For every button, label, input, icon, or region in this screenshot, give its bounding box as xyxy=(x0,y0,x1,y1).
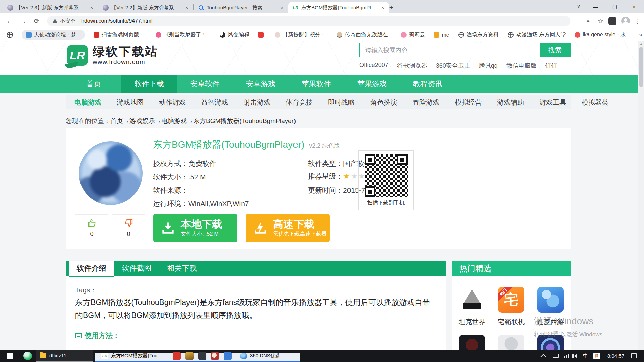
hot-word-link[interactable]: 腾讯qq xyxy=(479,62,498,70)
subnav-puzzle[interactable]: 益智游戏 xyxy=(201,98,228,107)
hot-word-link[interactable]: 谷歌浏览器 xyxy=(397,62,427,70)
bookmark-item[interactable]: 动漫渔场.东方同人堂 xyxy=(507,31,566,38)
nav-item-apple-games[interactable]: 苹果游戏 xyxy=(344,75,400,93)
globe-icon[interactable] xyxy=(7,32,13,38)
page-scrollbar[interactable]: ▲ xyxy=(638,41,644,350)
browser-tab-active[interactable]: LR 东方BGM播放器(TouhouBgmPl × xyxy=(288,2,389,13)
bookmark-item[interactable]: 传奇西游无敌版在... xyxy=(337,31,392,38)
local-download-button[interactable]: 本地下载 文件大小: .52 M xyxy=(153,214,237,242)
network-signal-icon[interactable] xyxy=(564,354,569,358)
like-button[interactable]: 0 xyxy=(75,214,108,242)
clock[interactable]: 8:04:57 xyxy=(607,353,624,359)
subnav-simulation[interactable]: 模拟经营 xyxy=(455,98,482,107)
browser-tab-1[interactable]: 【Ver 2.3】新版 东方弹幕系列游 × xyxy=(3,2,98,13)
hot-word-link[interactable]: 360安全卫士 xyxy=(436,62,470,70)
bookmark-item[interactable]: 《别当欧尼酱了！... xyxy=(156,31,211,38)
volume-icon[interactable] xyxy=(574,354,577,358)
bookmarks-overflow-icon[interactable]: » xyxy=(639,31,642,38)
bookmark-item[interactable]: 风变编程 xyxy=(220,31,249,38)
share-icon[interactable] xyxy=(586,17,593,25)
search-input[interactable] xyxy=(360,43,540,57)
tab-search-chevron-icon[interactable]: ˅ xyxy=(573,0,584,13)
bookmark-item[interactable]: 渔场东方资料 xyxy=(458,31,499,38)
taskbar-app-icon[interactable] xyxy=(198,352,206,360)
subnav-game-tools[interactable]: 游戏工具 xyxy=(539,98,566,107)
nav-item-apple-software[interactable]: 苹果软件 xyxy=(288,75,344,93)
tab-close-icon[interactable]: × xyxy=(380,5,386,11)
tab-related-downloads[interactable]: 相关下载 xyxy=(159,261,205,276)
start-button[interactable] xyxy=(0,350,20,362)
bookmark-item[interactable]: 【新提醒】积分 -... xyxy=(275,31,328,38)
action-center-icon[interactable] xyxy=(631,353,637,358)
hot-word-link[interactable]: 钉钉 xyxy=(545,62,557,70)
subnav-rts[interactable]: 即时战略 xyxy=(328,98,355,107)
browser-tab-3[interactable]: TouhouBgmPlayer - 搜索 × xyxy=(194,2,288,13)
bookmark-item[interactable]: 莉莉云 xyxy=(401,31,425,38)
hot-word-link[interactable]: 微信电脑版 xyxy=(506,62,537,70)
taskbar-app-icon[interactable] xyxy=(185,352,194,360)
nav-item-tutorials[interactable]: 教程资讯 xyxy=(400,75,455,93)
bookmark-item[interactable]: mc xyxy=(434,32,449,38)
dislike-button[interactable]: 0 xyxy=(112,214,145,242)
show-desktop-button[interactable] xyxy=(642,350,644,362)
display-tray-icon[interactable] xyxy=(553,354,559,358)
hot-word-link[interactable]: Office2007 xyxy=(359,62,388,70)
bookmark-item[interactable]: 天使动漫论坛 - 梦... xyxy=(22,30,85,40)
subnav-game-maps[interactable]: 游戏地图 xyxy=(117,98,144,107)
side-panel-icon[interactable] xyxy=(608,17,616,25)
taskbar-app-icon[interactable] xyxy=(211,352,219,360)
reload-icon[interactable]: ⟳ xyxy=(32,16,42,26)
tab-close-icon[interactable]: × xyxy=(279,5,285,11)
profile-avatar[interactable] xyxy=(621,17,630,25)
subnav-pc-games[interactable]: 电脑游戏 xyxy=(74,98,101,107)
scrollbar-thumb[interactable] xyxy=(639,47,643,87)
browser-tab-2[interactable]: 【Ver 2.2】新版 东方弹幕系列游 × xyxy=(99,2,193,13)
search-button[interactable]: 搜索 xyxy=(540,43,570,57)
bookmark-item[interactable]: ika gene style - 永... xyxy=(575,31,630,38)
subnav-rpg[interactable]: 角色扮演 xyxy=(370,98,397,107)
hidden-icons-chevron[interactable] xyxy=(540,354,546,359)
subnav-shooting[interactable]: 射击游戏 xyxy=(244,98,270,107)
taskbar-dns-window[interactable]: 360 DNS优选 xyxy=(236,350,300,362)
window-maximize-button[interactable]: ▢ xyxy=(605,0,625,13)
nav-item-home[interactable]: 首页 xyxy=(66,75,121,93)
bookmark-star-icon[interactable]: ☆ xyxy=(598,17,604,25)
new-tab-button[interactable]: + xyxy=(386,3,396,13)
taskbar-app-icon[interactable] xyxy=(173,352,181,360)
bookmark-item[interactable]: 扫雷游戏网页版 -... xyxy=(94,31,147,38)
site-logo[interactable]: LR 绿软下载站 www.lrdown.com xyxy=(67,45,158,66)
subnav-sports[interactable]: 体育竞技 xyxy=(286,98,313,107)
tab-close-icon[interactable]: × xyxy=(89,5,95,11)
nav-item-android-software[interactable]: 安卓软件 xyxy=(177,75,233,93)
taskbar-browser-icon[interactable] xyxy=(23,352,32,360)
breadcrumb-path[interactable]: 首页→游戏娱乐→电脑游戏→东方BGM播放器(TouhouBgmPlayer) xyxy=(110,117,296,124)
sidebar-app-row2[interactable] xyxy=(455,335,489,350)
scroll-up-arrow[interactable]: ▲ xyxy=(638,41,644,47)
nav-item-software-download[interactable]: 软件下载 xyxy=(121,75,177,93)
tab-close-icon[interactable]: × xyxy=(184,5,190,11)
subnav-adventure[interactable]: 冒险游戏 xyxy=(413,98,439,107)
sidebar-app-row2[interactable] xyxy=(494,335,528,350)
bookmark-item[interactable] xyxy=(258,32,266,38)
window-close-button[interactable]: × xyxy=(625,0,644,13)
tab-screenshots[interactable]: 软件截图 xyxy=(114,261,159,276)
taskbar-active-window[interactable]: LR 东方BGM播放器(Tou... xyxy=(97,350,170,362)
ime-language-indicator[interactable]: 中 xyxy=(583,353,588,359)
forward-icon[interactable]: → xyxy=(18,16,28,26)
subnav-game-assist[interactable]: 游戏辅助 xyxy=(497,98,524,107)
menu-dots-icon[interactable]: ⋮ xyxy=(635,17,641,25)
subnav-emulators[interactable]: 模拟器类 xyxy=(582,98,608,107)
taskbar-app-icon[interactable] xyxy=(224,352,232,360)
sidebar-app-tank[interactable]: 坦克世界 xyxy=(455,287,489,326)
subnav-action[interactable]: 动作游戏 xyxy=(159,98,186,107)
address-bar[interactable]: 不安全 lrdown.com/softinfo/9477.html xyxy=(47,16,570,26)
sidebar-app-zhaiba[interactable]: 宅热门 宅霸联机 xyxy=(494,287,528,326)
fast-download-button[interactable]: 高速下载 需优先下载高速下载器 xyxy=(246,214,330,242)
tab-software-intro[interactable]: 软件介绍 xyxy=(69,261,114,276)
window-minimize-button[interactable]: — xyxy=(586,0,605,13)
breadcrumb: 您现在的位置：首页→游戏娱乐→电脑游戏→东方BGM播放器(TouhouBgmPl… xyxy=(66,117,296,125)
taskbar-explorer-window[interactable]: dffxtz11 xyxy=(36,350,93,362)
back-icon[interactable]: ← xyxy=(5,16,15,26)
ime-mode-icon[interactable]: 拼 xyxy=(593,353,600,359)
nav-item-android-games[interactable]: 安卓游戏 xyxy=(233,75,288,93)
